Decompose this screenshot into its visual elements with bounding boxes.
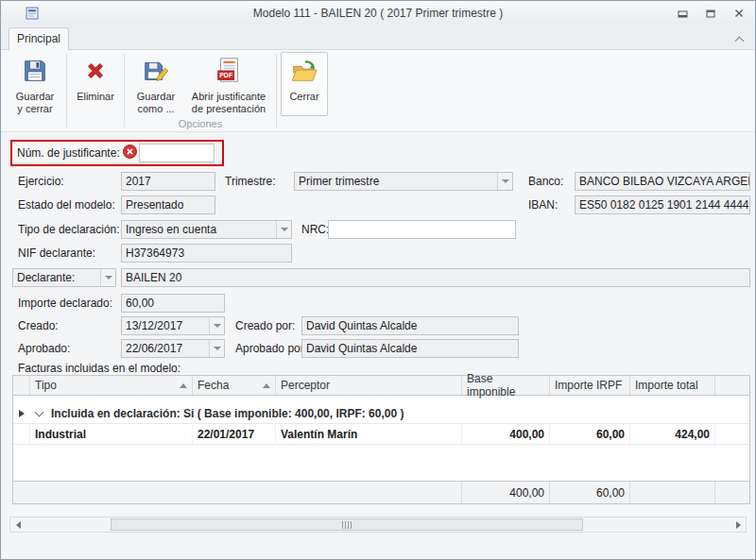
num-justificante-error-box: Núm. de justificante: xyxy=(10,140,224,166)
dropdown-arrow-icon[interactable] xyxy=(209,340,224,357)
row-indicator-cell xyxy=(13,424,30,444)
open-folder-icon xyxy=(290,57,318,88)
nif-label: NIF declarante: xyxy=(18,244,95,263)
creado-por-field[interactable]: David Quintas Alcalde xyxy=(301,316,519,335)
scroll-left-button[interactable] xyxy=(10,518,26,532)
ribbon-collapse-button[interactable] xyxy=(732,33,746,44)
creado-label: Creado: xyxy=(18,316,59,335)
summary-base: 400,00 xyxy=(462,482,550,503)
aprobado-por-field[interactable]: David Quintas Alcalde xyxy=(301,339,519,358)
scroll-right-button[interactable] xyxy=(730,518,746,532)
toolbar-separator xyxy=(66,54,67,127)
aprobado-value: 22/06/2017 xyxy=(126,342,182,355)
save-icon xyxy=(21,57,49,88)
grid-header-fecha[interactable]: Fecha xyxy=(193,376,276,395)
creado-value: 13/12/2017 xyxy=(126,319,182,332)
save-as-button[interactable]: Guardar como ... xyxy=(129,52,183,117)
collapse-group-icon[interactable] xyxy=(35,407,44,416)
scrollbar-track[interactable] xyxy=(26,518,730,532)
grid-header-irpf[interactable]: Importe IRPF xyxy=(550,376,630,395)
creado-por-label: Creado por: xyxy=(235,316,295,335)
delete-button[interactable]: Eliminar xyxy=(71,52,120,116)
arrow-left-icon xyxy=(16,521,21,529)
grid-header-row: Tipo Fecha Perceptor Base imponible Impo… xyxy=(13,376,749,396)
estado-field[interactable]: Presentado xyxy=(121,195,215,214)
aprobado-label: Aprobado: xyxy=(18,339,70,358)
dropdown-arrow-icon[interactable] xyxy=(100,269,115,286)
ejercicio-field[interactable]: 2017 xyxy=(121,172,215,191)
cell-irpf[interactable]: 60,00 xyxy=(550,424,630,444)
svg-text:PDF: PDF xyxy=(219,72,233,78)
titlebar: Modelo 111 - BAILEN 20 ( 2017 Primer tri… xyxy=(1,1,755,25)
nrc-input[interactable] xyxy=(328,220,516,239)
cell-base[interactable]: 400,00 xyxy=(462,424,550,444)
trimestre-value: Primer trimestre xyxy=(299,175,379,188)
scrollbar-thumb[interactable] xyxy=(111,518,583,531)
aprobado-por-label: Aprobado por: xyxy=(235,339,307,358)
num-justificante-label: Núm. de justificante: xyxy=(17,146,120,160)
grid-data-row[interactable]: Industrial 22/01/2017 Valentín Marín 400… xyxy=(13,424,749,445)
app-window: Modelo 111 - BAILEN 20 ( 2017 Primer tri… xyxy=(0,0,756,560)
ribbon-toolbar: Guardar y cerrar Eliminar Guardar como .… xyxy=(1,50,755,132)
declarante-label: Declarante: xyxy=(17,271,75,284)
close-form-button[interactable]: Cerrar xyxy=(281,52,328,116)
tipo-declaracion-combo[interactable]: Ingreso en cuenta xyxy=(121,220,292,239)
toolbar-separator xyxy=(276,54,277,127)
window-title: Modelo 111 - BAILEN 20 ( 2017 Primer tri… xyxy=(1,1,755,25)
sort-asc-icon xyxy=(263,383,270,388)
header-tipo-label: Tipo xyxy=(35,379,57,392)
open-receipt-button[interactable]: PDF Abrir justificante de presentación xyxy=(185,52,272,117)
minimize-button[interactable] xyxy=(672,5,693,22)
dropdown-arrow-icon[interactable] xyxy=(497,173,512,190)
declarante-field[interactable]: BAILEN 20 xyxy=(121,268,750,287)
save-as-label: Guardar como ... xyxy=(132,91,180,115)
tab-principal[interactable]: Principal xyxy=(9,27,69,50)
declarante-selector[interactable]: Declarante: xyxy=(12,268,116,287)
group-row-text: Incluida en declaración: Si ( Base impon… xyxy=(51,407,404,420)
grid-header-perceptor[interactable]: Perceptor xyxy=(276,376,462,395)
trimestre-label: Trimestre: xyxy=(225,172,276,191)
grid-header-total[interactable]: Importe total xyxy=(630,376,715,395)
cell-perceptor[interactable]: Valentín Marín xyxy=(276,424,462,444)
header-total-label: Importe total xyxy=(635,379,698,392)
grid-header-base[interactable]: Base imponible xyxy=(462,376,550,395)
save-and-close-label: Guardar y cerrar xyxy=(12,91,58,115)
banco-field[interactable]: BANCO BILBAO VIZCAYA ARGENTARIA xyxy=(575,172,750,191)
iban-label: IBAN: xyxy=(528,195,558,214)
save-as-icon xyxy=(142,57,170,88)
ribbon-group-label: Opciones xyxy=(128,117,273,131)
num-justificante-input[interactable] xyxy=(139,144,215,162)
cell-tipo[interactable]: Industrial xyxy=(30,424,193,444)
pdf-document-icon: PDF xyxy=(215,57,243,88)
cell-total[interactable]: 424,00 xyxy=(630,424,715,444)
save-and-close-button[interactable]: Guardar y cerrar xyxy=(8,52,62,116)
tipo-declaracion-label: Tipo de declaración: xyxy=(18,220,120,239)
close-button[interactable] xyxy=(729,5,749,22)
close-form-label: Cerrar xyxy=(289,91,318,103)
cell-fecha[interactable]: 22/01/2017 xyxy=(193,424,276,444)
aprobado-date-picker[interactable]: 22/06/2017 xyxy=(121,339,225,358)
toolbar-separator xyxy=(124,54,125,127)
grid-indicator-header xyxy=(13,376,30,395)
nrc-label: NRC: xyxy=(301,220,329,239)
importe-field[interactable]: 60,00 xyxy=(121,294,225,313)
grid-header-tipo[interactable]: Tipo xyxy=(30,376,193,395)
header-base-label: Base imponible xyxy=(467,372,544,399)
grid-spacer xyxy=(13,396,749,403)
delete-label: Eliminar xyxy=(77,91,114,103)
dropdown-arrow-icon[interactable] xyxy=(276,221,291,238)
restore-button[interactable] xyxy=(700,5,721,22)
horizontal-scrollbar[interactable] xyxy=(9,517,747,533)
ribbon-tabstrip: Principal xyxy=(1,25,755,50)
row-pointer-icon xyxy=(19,410,25,417)
trimestre-combo[interactable]: Primer trimestre xyxy=(294,172,513,191)
nif-field[interactable]: H37364973 xyxy=(121,244,292,263)
facturas-grid: Tipo Fecha Perceptor Base imponible Impo… xyxy=(12,375,750,504)
error-icon xyxy=(123,144,137,161)
grid-group-row[interactable]: Incluida en declaración: Si ( Base impon… xyxy=(13,403,749,424)
iban-field[interactable]: ES50 0182 0125 1901 2144 4444 xyxy=(575,195,750,214)
creado-date-picker[interactable]: 13/12/2017 xyxy=(121,316,225,335)
sort-asc-icon xyxy=(180,383,187,388)
ejercicio-label: Ejercicio: xyxy=(18,172,64,191)
dropdown-arrow-icon[interactable] xyxy=(209,317,224,334)
